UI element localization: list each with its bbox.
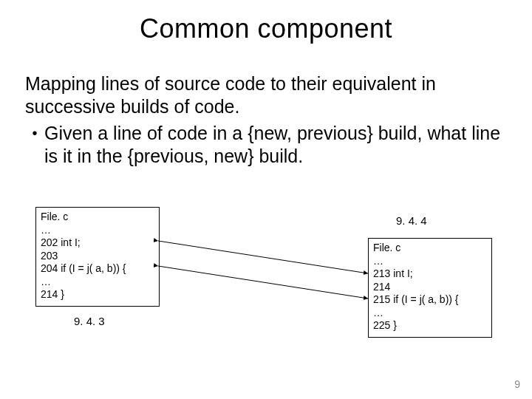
- right-l4: 215 if (I = j( a, b)) {: [373, 293, 459, 305]
- left-l6: 214 }: [41, 288, 64, 300]
- left-l5: …: [41, 276, 51, 287]
- right-l5: …: [373, 307, 383, 318]
- right-l2: 213 int I;: [373, 267, 413, 279]
- version-label-left: 9. 4. 3: [74, 315, 105, 327]
- left-l2: 202 int I;: [41, 236, 81, 248]
- code-box-left: File. c … 202 int I; 203 204 if (I = j( …: [35, 207, 160, 307]
- left-l4: 204 if (I = j( a, b)) {: [41, 262, 126, 274]
- left-filename: File. c: [41, 211, 68, 222]
- left-l3: 203: [41, 250, 58, 262]
- right-l6: 225 }: [373, 319, 397, 331]
- body-text: Mapping lines of source code to their eq…: [25, 72, 507, 168]
- svg-line-0: [158, 241, 368, 273]
- bullet-1-text: Given a line of code in a {new, previous…: [44, 122, 507, 168]
- right-l3: 214: [373, 281, 390, 293]
- right-l1: …: [373, 255, 383, 267]
- slide-title: Common component: [0, 13, 532, 44]
- left-l1: …: [41, 224, 51, 236]
- version-label-right: 9. 4. 4: [396, 214, 427, 227]
- paragraph-1: Mapping lines of source code to their eq…: [25, 72, 507, 119]
- right-filename: File. c: [373, 242, 400, 253]
- bullet-1: • Given a line of code in a {new, previo…: [25, 122, 507, 168]
- slide-number: 9: [514, 378, 520, 390]
- mapping-arrows: [0, 0, 532, 399]
- code-box-right: File. c … 213 int I; 214 215 if (I = j( …: [368, 238, 492, 338]
- svg-line-1: [158, 266, 368, 299]
- bullet-dot-icon: •: [25, 122, 44, 168]
